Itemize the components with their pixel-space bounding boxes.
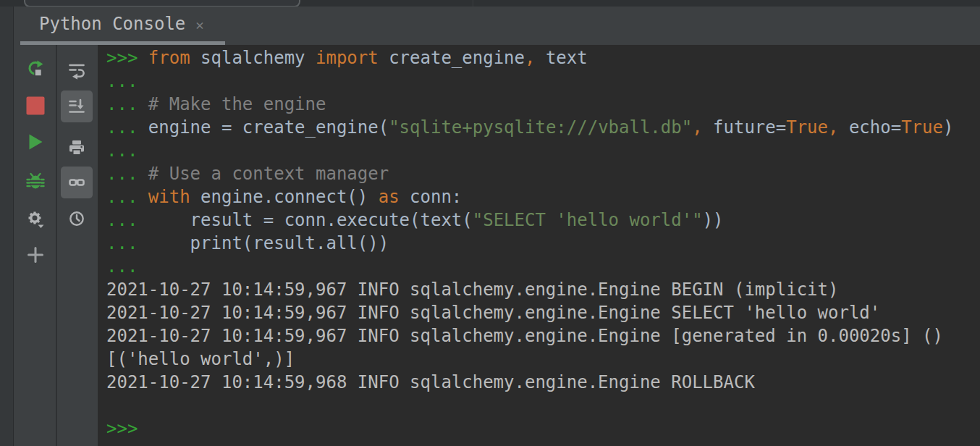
console-line: ... print(result.all()) (106, 232, 980, 255)
console-segment: conn: (400, 187, 462, 207)
console-line: ... engine = create_engine("sqlite+pysql… (106, 116, 980, 139)
console-segment: ... (106, 256, 138, 277)
console-segment: [('hello world',)] (106, 349, 295, 369)
scroll-to-end-icon (67, 96, 87, 117)
console-segment: text (535, 48, 587, 68)
toolbar-field-edge (24, 0, 300, 7)
rerun-console-button[interactable] (20, 53, 51, 85)
close-icon[interactable]: ✕ (195, 17, 203, 33)
console-segment: sqlalchemy (190, 48, 316, 68)
console-line: 2021-10-27 10:14:59,967 INFO sqlalchemy.… (106, 301, 980, 324)
tab-label: Python Console (39, 14, 185, 34)
console-segment: 2021-10-27 10:14:59,967 INFO sqlalchemy.… (106, 279, 838, 300)
debug-bug-icon (25, 171, 46, 191)
console-segment: # Use a context manager (148, 164, 389, 184)
console-line: ... # Use a context manager (106, 162, 980, 185)
add-icon (25, 245, 46, 265)
console-segment: future= (703, 117, 787, 138)
console-segment: # Make the engine (148, 94, 326, 114)
console-segment: , (692, 117, 702, 138)
console-segment: >>> (106, 48, 148, 68)
console-segment: as (379, 187, 400, 207)
tool-window-left-edge (0, 7, 13, 446)
console-line (106, 394, 980, 417)
console-segment: ... (106, 94, 148, 114)
scroll-to-end-button[interactable] (61, 91, 93, 122)
settings-button[interactable] (20, 203, 51, 235)
console-segment: True (901, 117, 943, 138)
console-segment: 2021-10-27 10:14:59,968 INFO sqlalchemy.… (106, 372, 755, 392)
console-segment: from (148, 48, 190, 68)
console-segment: ... (106, 117, 148, 138)
console-segment: engine = create_engine( (148, 117, 389, 138)
console-line: ... with engine.connect() as conn: (106, 185, 980, 209)
console-segment: ... (106, 140, 138, 161)
console-segment: ... (106, 71, 138, 91)
console-line: 2021-10-27 10:14:59,967 INFO sqlalchemy.… (106, 324, 980, 348)
run-icon (25, 132, 46, 152)
console-line: 2021-10-27 10:14:59,968 INFO sqlalchemy.… (106, 371, 980, 394)
console-segment: echo= (838, 117, 901, 138)
console-line: >>> (106, 417, 980, 440)
top-panel-strip (0, 0, 980, 7)
settings-gear-icon (25, 209, 46, 229)
soft-wrap-icon (67, 60, 87, 80)
stop-button[interactable] (20, 90, 51, 122)
print-button[interactable] (61, 132, 93, 164)
console-segment: "sqlite+pysqlite:///vball.db" (389, 117, 692, 138)
new-console-button[interactable] (20, 239, 51, 271)
console-segment: create_engine (379, 48, 525, 68)
python-console-output[interactable]: >>> from sqlalchemy import create_engine… (98, 45, 980, 446)
console-segment: 2021-10-27 10:14:59,967 INFO sqlalchemy.… (106, 303, 880, 323)
attach-debugger-button[interactable] (20, 165, 51, 197)
rerun-icon (25, 59, 46, 79)
console-segment: ... (106, 210, 148, 230)
console-segment: >>> (106, 418, 148, 439)
console-segment: 2021-10-27 10:14:59,967 INFO sqlalchemy.… (106, 326, 943, 346)
console-segment: , (828, 117, 838, 138)
console-line: ... (106, 255, 980, 278)
console-line: ... (106, 70, 980, 93)
show-variables-icon (67, 172, 87, 193)
show-variables-button[interactable] (61, 167, 93, 198)
console-segment: "SELECT 'hello world'" (473, 210, 703, 230)
console-line: >>> from sqlalchemy import create_engine… (106, 46, 980, 70)
console-segment: ) (943, 117, 953, 138)
console-line: ... result = conn.execute(text("SELECT '… (106, 209, 980, 232)
console-segment: engine.connect() (190, 187, 379, 207)
console-segment: ... (106, 233, 148, 253)
soft-wrap-button[interactable] (61, 54, 93, 86)
console-segment: import (316, 48, 379, 68)
console-segment: ... (106, 187, 148, 207)
top-panel-divider (473, 0, 473, 7)
console-segment: )) (703, 210, 724, 230)
console-segment: print(result.all()) (148, 233, 389, 253)
history-button[interactable] (61, 203, 93, 235)
history-clock-icon (67, 209, 87, 229)
console-segment: result = conn.execute(text( (148, 210, 473, 230)
console-segment: with (148, 187, 190, 207)
console-line: 2021-10-27 10:14:59,967 INFO sqlalchemy.… (106, 278, 980, 301)
console-segment: ... (106, 164, 148, 184)
print-icon (67, 138, 87, 158)
console-line: [('hello world',)] (106, 348, 980, 371)
execute-button[interactable] (20, 126, 51, 158)
console-line: ... (106, 139, 980, 162)
tab-python-console[interactable]: Python Console ✕ (20, 7, 225, 41)
stop-icon (25, 96, 46, 116)
console-segment: , (525, 48, 535, 68)
console-line: ... # Make the engine (106, 93, 980, 116)
toolbar-column-divider (56, 45, 57, 446)
console-segment: True (786, 117, 828, 138)
